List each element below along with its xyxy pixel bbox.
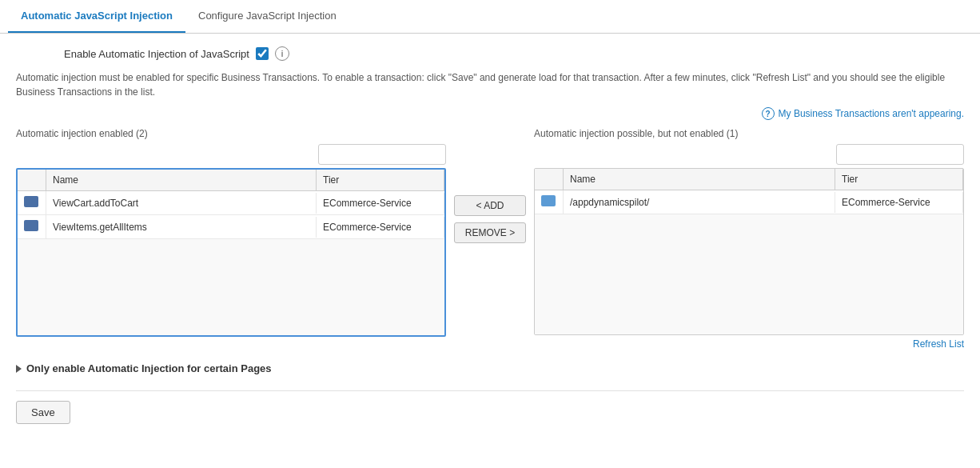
add-button[interactable]: < ADD: [454, 195, 526, 216]
left-grid-header: Name Tier: [18, 170, 444, 191]
row-name: ViewCart.addToCart: [46, 193, 317, 214]
right-grid-header: Name Tier: [535, 169, 963, 190]
save-button[interactable]: Save: [16, 401, 70, 424]
info-text: Automatic injection must be enabled for …: [16, 70, 964, 99]
remove-button[interactable]: REMOVE >: [454, 222, 526, 243]
enable-label: Enable Automatic Injection of JavaScript: [64, 48, 249, 60]
row-icon-cell: [535, 190, 564, 214]
expand-triangle-icon: [16, 365, 22, 373]
row-tier: ECommerce-Service: [317, 217, 444, 238]
right-grid: Name Tier /appdynamicspilot/ ECommerce-S…: [534, 168, 964, 335]
tab-auto-js[interactable]: Automatic JavaScript Injection: [8, 0, 185, 33]
left-panel: Automatic injection enabled (2) 🔍 Name T…: [16, 128, 446, 337]
table-row[interactable]: ViewCart.addToCart ECommerce-Service: [18, 191, 444, 215]
my-bt-link[interactable]: ? My Business Transactions aren't appear…: [762, 107, 964, 120]
left-panel-title: Automatic injection enabled (2): [16, 128, 446, 139]
right-panel-title: Automatic injection possible, but not en…: [534, 128, 964, 139]
left-col-tier-header: Tier: [317, 170, 444, 190]
save-row: Save: [16, 390, 964, 424]
left-grid: Name Tier ViewCart.addToCart ECommerce-S…: [16, 168, 446, 337]
table-row[interactable]: ViewItems.getAllItems ECommerce-Service: [18, 215, 444, 239]
left-search-wrapper: 🔍: [318, 144, 446, 165]
middle-buttons: < ADD REMOVE >: [446, 192, 534, 246]
only-enable-row[interactable]: Only enable Automatic Injection for cert…: [16, 362, 964, 374]
monitor-icon: [24, 196, 38, 207]
right-col-tier-header: Tier: [835, 169, 963, 190]
row-tier: ECommerce-Service: [317, 193, 444, 214]
right-grid-body: /appdynamicspilot/ ECommerce-Service: [535, 190, 963, 334]
tab-config-js[interactable]: Configure JavaScript Injection: [185, 0, 349, 33]
help-circle-icon: ?: [762, 107, 775, 120]
row-tier: ECommerce-Service: [835, 192, 963, 213]
left-col-check-header: [18, 170, 46, 190]
row-icon-cell: [18, 191, 46, 214]
info-icon[interactable]: i: [275, 46, 289, 61]
monitor-icon: [24, 220, 38, 231]
left-search-input[interactable]: [318, 144, 446, 165]
right-col-check-header: [535, 169, 564, 190]
right-col-name-header: Name: [564, 169, 835, 190]
left-col-name-header: Name: [46, 170, 317, 190]
row-icon-cell: [18, 215, 46, 238]
right-search-input[interactable]: [836, 144, 964, 165]
refresh-link[interactable]: Refresh List: [913, 338, 964, 350]
right-search-wrapper: 🔍: [836, 144, 964, 165]
cloud-icon: [541, 195, 556, 206]
only-enable-label: Only enable Automatic Injection for cert…: [26, 362, 272, 374]
left-grid-body: ViewCart.addToCart ECommerce-Service Vie…: [18, 191, 444, 335]
table-row[interactable]: /appdynamicspilot/ ECommerce-Service: [535, 190, 963, 214]
tab-bar: Automatic JavaScript Injection Configure…: [0, 0, 980, 34]
enable-checkbox[interactable]: [256, 47, 269, 60]
row-name: /appdynamicspilot/: [564, 192, 835, 213]
right-panel: Automatic injection possible, but not en…: [534, 128, 964, 350]
row-name: ViewItems.getAllItems: [46, 217, 317, 238]
